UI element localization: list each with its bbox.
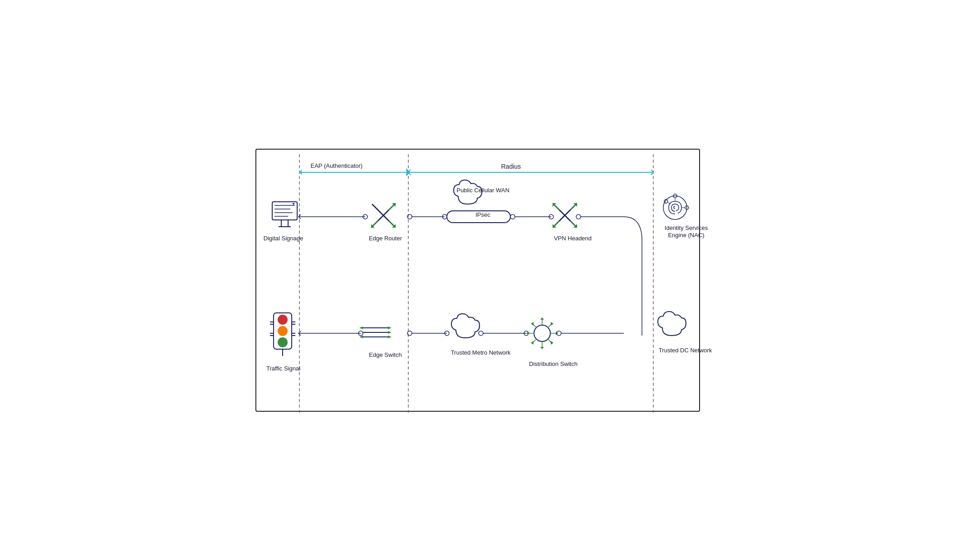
vpn-to-dist-curve [624, 217, 642, 336]
public-wan-label: Public Cellular WAN [451, 187, 515, 195]
traffic-signal-icon [270, 313, 295, 356]
digital-signage-label: Digital Signage [263, 235, 304, 243]
svg-point-36 [278, 326, 288, 336]
edge-switch-label: Edge Switch [365, 351, 406, 359]
eap-label: EAP (Authenticator) [311, 162, 363, 170]
svg-marker-52 [388, 336, 392, 338]
radius-label: Radius [501, 162, 521, 170]
svg-marker-51 [388, 331, 392, 334]
svg-marker-71 [531, 322, 534, 326]
svg-point-35 [278, 315, 288, 325]
ipsec-label: IPsec [451, 211, 515, 219]
trusted-metro-label: Trusted Metro Network [449, 349, 513, 357]
vpn-right-circle [576, 214, 581, 219]
distribution-switch-label: Distribution Switch [529, 360, 578, 368]
svg-marker-67 [531, 341, 534, 345]
es-left-circle [407, 331, 412, 336]
trusted-dc-cloud [658, 312, 686, 336]
edge-switch-icon [359, 326, 392, 338]
digital-signage-icon [272, 202, 297, 227]
svg-marker-65 [540, 347, 544, 349]
traffic-signal-label: Traffic Signal [263, 365, 304, 373]
eap-left-arrowhead [299, 170, 302, 175]
svg-marker-69 [526, 331, 529, 335]
diagram-container: Edge Router --> IPsec/WAN --> VPN Headen… [255, 149, 700, 412]
vpn-headend-icon [553, 203, 577, 228]
trusted-dc-label: Trusted DC Network [658, 347, 713, 355]
svg-marker-57 [540, 317, 544, 320]
svg-marker-63 [551, 341, 553, 345]
svg-marker-50 [388, 326, 392, 329]
ise-label: Identity Services Engine (NAC) [659, 224, 714, 240]
trusted-metro-cloud [451, 314, 480, 338]
svg-marker-54 [359, 336, 363, 338]
svg-marker-5 [292, 203, 295, 205]
edge-router-icon [371, 203, 396, 228]
edge-router-label: Edge Router [365, 235, 406, 243]
vpn-headend-label: VPN Headend [550, 235, 596, 243]
metro-right-circle [479, 331, 483, 336]
svg-point-37 [278, 337, 288, 347]
distribution-switch-icon [526, 317, 558, 349]
svg-marker-59 [551, 322, 553, 326]
ise-icon [663, 194, 689, 219]
svg-marker-53 [359, 326, 363, 329]
